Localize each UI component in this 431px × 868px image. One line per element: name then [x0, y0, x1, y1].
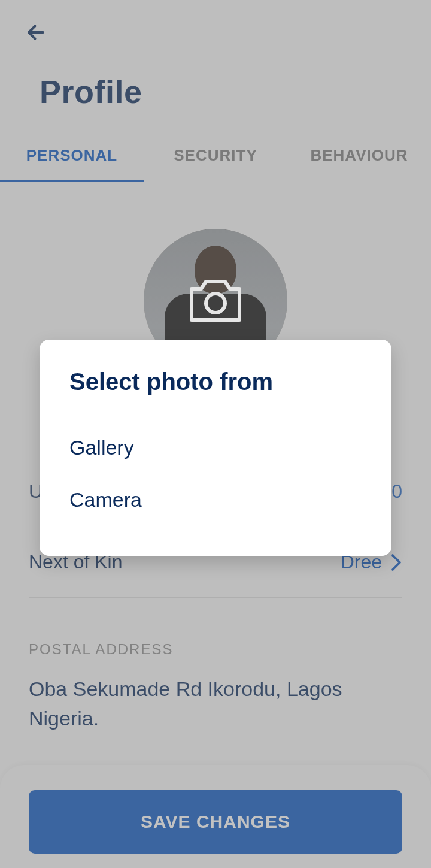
- option-gallery[interactable]: Gallery: [69, 422, 362, 474]
- dialog-title: Select photo from: [69, 368, 362, 395]
- svg-point-1: [206, 294, 225, 313]
- select-photo-dialog: Select photo from Gallery Camera: [40, 340, 391, 556]
- profile-screen: Profile PERSONAL SECURITY BEHAVIOUR U 0 …: [0, 0, 431, 868]
- option-camera[interactable]: Camera: [69, 474, 362, 526]
- camera-icon: [187, 277, 244, 325]
